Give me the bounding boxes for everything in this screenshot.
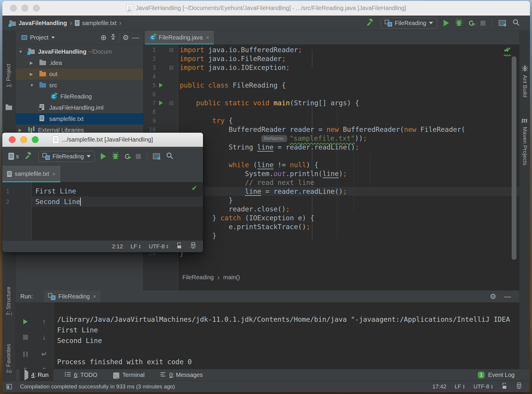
toolwindow-tab-0-messages[interactable]: 0: Messages	[156, 369, 207, 381]
hide-panel-icon[interactable]: —	[504, 292, 511, 301]
floating-code-line-1[interactable]: 1First Line	[2, 186, 203, 196]
inspections-ok-icon[interactable]: ✔✔	[503, 46, 512, 57]
stop-button[interactable]	[136, 154, 141, 159]
caret-position-widget[interactable]: 2:12	[112, 243, 123, 250]
run-line-icon[interactable]	[159, 101, 163, 105]
run-line-icon[interactable]	[159, 83, 163, 88]
gear-icon[interactable]: ⚙	[123, 33, 129, 42]
toolwindow-tab-4-run[interactable]: 4: Run	[20, 369, 53, 381]
code-line-7[interactable]: 7− public static void main(String[] args…	[143, 98, 519, 107]
down-stack-trace-icon[interactable]: ↓	[40, 333, 48, 341]
floating-titlebar[interactable]: .../samplefile.txt [JavaFileHandling]	[2, 133, 203, 147]
collapsed-arrow-icon[interactable]: ▶	[30, 60, 33, 65]
code-line-1[interactable]: 1−import java.io.BufferedReader;	[143, 45, 519, 54]
hide-panel-icon[interactable]: —	[132, 33, 139, 42]
status-message[interactable]: Compilation completed successfully in 93…	[20, 383, 175, 390]
breadcrumb-class[interactable]: FileReading	[182, 274, 214, 281]
run-button[interactable]	[444, 20, 449, 26]
gear-icon[interactable]: ⚙	[490, 292, 496, 301]
build-hammer-icon[interactable]	[25, 152, 32, 161]
breadcrumb-project[interactable]: JavaFileHandling	[19, 20, 67, 27]
lock-icon[interactable]	[176, 242, 182, 250]
up-stack-trace-icon[interactable]: ↑	[40, 318, 48, 326]
breadcrumb-method[interactable]: main()	[223, 274, 240, 281]
event-log-widget[interactable]: 1 Event Log	[478, 372, 530, 378]
run-with-coverage-button[interactable]	[469, 21, 474, 26]
minimize-window-button[interactable]	[22, 5, 28, 12]
project-structure-icon[interactable]	[153, 153, 160, 159]
fold-icon[interactable]: −	[169, 101, 173, 105]
search-everywhere-icon[interactable]	[166, 152, 174, 161]
toolwindow-toggle-icon[interactable]	[6, 384, 12, 389]
collapsed-arrow-icon[interactable]: ▶	[30, 72, 33, 76]
toolwindow-tab-terminal[interactable]: ›_Terminal	[108, 369, 149, 381]
line-ending-widget[interactable]: LF▲▼	[130, 243, 141, 250]
encoding-widget[interactable]: UTF-8▲▼	[473, 383, 493, 390]
fold-icon[interactable]: −	[169, 66, 173, 70]
close-window-button[interactable]	[10, 5, 17, 12]
run-configuration-select[interactable]: FileReading	[381, 18, 437, 29]
line-ending-widget[interactable]: LF▲▼	[455, 383, 465, 390]
collapsed-arrow-icon[interactable]: ▶	[19, 128, 22, 132]
code-line-9[interactable]: 9 try {	[143, 116, 519, 125]
floating-code-editor[interactable]: 1First Line2Second Line ✔	[2, 182, 203, 240]
run-button[interactable]	[101, 153, 106, 160]
tab-filereading-java[interactable]: C FileReading.java ×	[145, 31, 214, 44]
project-panel-title[interactable]: Project	[30, 34, 48, 41]
sidebar-item-structure[interactable]: 7: Structure	[5, 287, 12, 316]
run-tab-filereading[interactable]: FileReading ×	[44, 290, 100, 302]
zoom-window-button[interactable]	[32, 136, 39, 143]
collapse-all-icon[interactable]	[110, 34, 116, 41]
tree-item-filereading[interactable]: CFileReading	[16, 91, 143, 102]
tree-item-out[interactable]: ▶out	[16, 68, 143, 80]
console-output[interactable]: /Library/Java/JavaVirtualMachines/jdk-11…	[57, 314, 510, 367]
debug-button[interactable]	[455, 19, 462, 27]
minimize-window-button[interactable]	[20, 136, 27, 143]
fold-icon[interactable]: −	[169, 48, 173, 52]
floating-code-line-2[interactable]: 2Second Line	[2, 196, 203, 207]
stop-button[interactable]	[480, 21, 485, 26]
sidebar-item-favorites[interactable]: 2: Favorites	[5, 344, 12, 373]
tree-item-samplefile-txt[interactable]: samplefile.txt	[16, 113, 143, 124]
search-everywhere-icon[interactable]	[512, 19, 520, 27]
close-icon[interactable]: ×	[93, 293, 96, 300]
stop-button[interactable]	[21, 333, 29, 341]
breadcrumb-file[interactable]: samplefile.txt	[82, 20, 117, 27]
lock-icon[interactable]	[502, 383, 508, 391]
tree-item-javafilehandling-iml[interactable]: JavaFileHandling.iml	[16, 102, 143, 113]
code-line-6[interactable]: 6	[143, 90, 519, 98]
tab-samplefile-txt[interactable]: samplefile.txt ×	[2, 166, 60, 182]
debug-button[interactable]	[112, 152, 119, 161]
close-icon[interactable]: ×	[52, 170, 56, 178]
pause-output-icon[interactable]	[21, 350, 29, 358]
inspections-ok-icon[interactable]: ✔	[191, 184, 197, 192]
code-line-4[interactable]: 4	[143, 72, 519, 81]
caret-position-widget[interactable]: 17:42	[432, 383, 447, 390]
close-window-button[interactable]	[9, 136, 16, 143]
titlebar[interactable]: java JavaFileHandling [~/Documents/Eyehu…	[2, 1, 530, 16]
code-line-2[interactable]: 2import java.io.FileReader;	[143, 54, 519, 63]
toolwindow-ant-build[interactable]: Ant Build	[522, 75, 528, 97]
run-with-coverage-button[interactable]	[125, 154, 130, 159]
code-line-3[interactable]: 3−import java.io.IOException;	[143, 63, 519, 72]
highlighting-level-icon[interactable]	[516, 382, 522, 391]
encoding-widget[interactable]: UTF-8▲▼	[149, 243, 169, 250]
editor-scrollbar[interactable]	[512, 56, 516, 260]
code-line-8[interactable]: 8	[143, 107, 519, 116]
tree-item--idea[interactable]: ▶.idea	[16, 57, 143, 68]
soft-wrap-icon[interactable]: ↵	[40, 350, 48, 358]
tree-item-javafilehandling[interactable]: ▼JavaFileHandling ~/Docum	[16, 46, 143, 57]
tree-item-src[interactable]: ▼src	[16, 80, 143, 91]
project-structure-icon[interactable]	[499, 20, 506, 26]
close-icon[interactable]: ×	[206, 34, 209, 41]
expanded-arrow-icon[interactable]: ▼	[30, 83, 34, 88]
locate-file-icon[interactable]: ⊕	[100, 33, 107, 42]
zoom-window-button[interactable]	[33, 5, 40, 12]
code-line-5[interactable]: 5public class FileReading {	[143, 81, 519, 90]
highlighting-level-icon[interactable]	[190, 242, 196, 251]
toolwindow-maven-projects[interactable]: Maven Projects	[522, 127, 528, 165]
toolwindow-tab-6-todo[interactable]: 6: TODO	[60, 369, 102, 381]
sidebar-item-project[interactable]: 1: Project	[5, 64, 12, 87]
expanded-arrow-icon[interactable]: ▼	[19, 49, 23, 54]
run-configuration-select[interactable]: FileReading	[38, 151, 95, 162]
